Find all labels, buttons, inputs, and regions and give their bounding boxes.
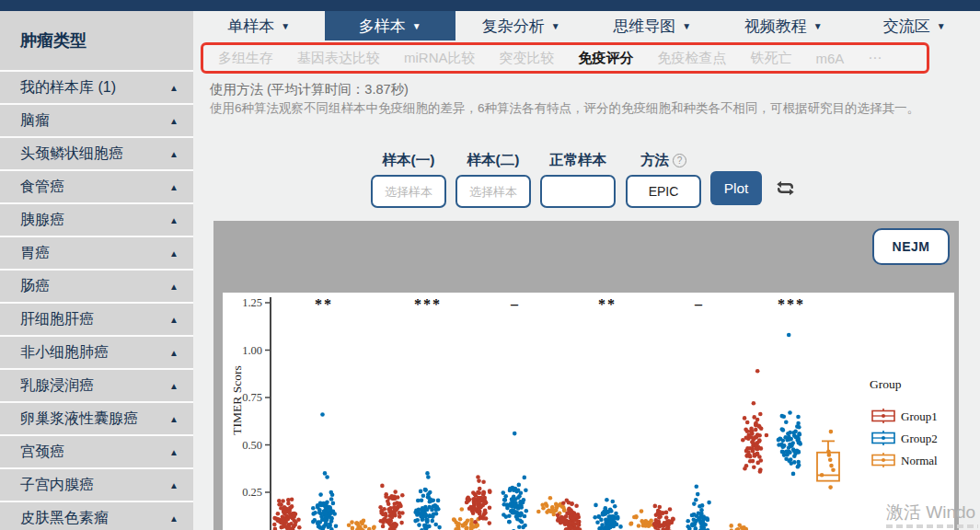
collapse-arrow-icon[interactable]: ▲ xyxy=(169,315,179,325)
chevron-down-icon: ▼ xyxy=(813,21,823,31)
tab-5[interactable]: 交流区▼ xyxy=(849,11,980,40)
sidebar-item-label: 肝细胞肝癌 xyxy=(20,310,94,329)
sidebar-item-list: 我的样本库 (1)▲脑瘤▲头颈鳞状细胞癌▲食管癌▲胰腺癌▲胃癌▲肠癌▲肝细胞肝癌… xyxy=(0,72,193,530)
top-navy-strip xyxy=(0,0,980,11)
sample1-label: 样本(一) xyxy=(371,151,446,170)
sidebar-item-label: 子宫内膜癌 xyxy=(20,476,94,495)
plot-button[interactable]: Plot xyxy=(710,171,762,205)
sidebar-item-label: 胰腺癌 xyxy=(20,211,64,230)
sidebar-item-label: 食管癌 xyxy=(20,178,64,197)
chevron-down-icon: ▼ xyxy=(682,21,691,31)
tab-0[interactable]: 单样本▼ xyxy=(193,11,325,40)
sidebar-item-6[interactable]: 肠癌▲ xyxy=(0,271,193,302)
sidebar-item-label: 乳腺浸润癌 xyxy=(20,376,94,396)
svg-text:***: *** xyxy=(414,296,442,312)
normal-sample-field-group: 正常样本 xyxy=(540,151,616,208)
subnav-item-0[interactable]: 多组生存 xyxy=(218,50,273,67)
sample1-field-group: 样本(一) xyxy=(371,151,446,208)
chevron-down-icon: ▼ xyxy=(281,21,290,31)
usage-method-description: 使用6种算法观察不同组样本中免疫细胞的差异，6种算法各有特点，评分的免疫细胞和种… xyxy=(210,100,919,117)
collapse-arrow-icon[interactable]: ▲ xyxy=(169,414,179,424)
sidebar-item-label: 宫颈癌 xyxy=(20,443,64,462)
collapse-arrow-icon[interactable]: ▲ xyxy=(169,480,179,490)
swap-refresh-icon[interactable] xyxy=(774,177,797,200)
sample1-input[interactable] xyxy=(371,175,446,208)
sidebar-item-5[interactable]: 胃癌▲ xyxy=(0,237,193,269)
svg-text:**: ** xyxy=(598,296,617,312)
sidebar-item-label: 非小细胞肺癌 xyxy=(20,343,109,363)
activate-windows-watermark-subline xyxy=(886,524,978,528)
svg-text:Group2: Group2 xyxy=(901,432,938,445)
collapse-arrow-icon[interactable]: ▲ xyxy=(169,83,179,93)
sidebar-item-label: 肠癌 xyxy=(20,277,50,296)
collapse-arrow-icon[interactable]: ▲ xyxy=(169,282,179,292)
sidebar-item-1[interactable]: 脑瘤▲ xyxy=(0,105,193,136)
sidebar-item-8[interactable]: 非小细胞肺癌▲ xyxy=(0,337,193,368)
subnav-highlight-box: 多组生存基因表达比较miRNA比较突变比较免疫评分免疫检查点铁死亡m6A⋯ xyxy=(201,42,929,74)
help-icon[interactable]: ? xyxy=(673,154,686,167)
sidebar-item-7[interactable]: 肝细胞肝癌▲ xyxy=(0,304,193,335)
tab-4[interactable]: 视频教程▼ xyxy=(718,11,849,40)
subnav-item-1[interactable]: 基因表达比较 xyxy=(297,50,380,67)
sidebar-item-13[interactable]: 皮肤黑色素瘤▲ xyxy=(0,502,193,530)
sidebar-item-label: 我的样本库 (1) xyxy=(20,78,116,98)
tab-label: 交流区 xyxy=(883,16,930,37)
sample2-label: 样本(二) xyxy=(455,151,531,170)
nejm-style-button[interactable]: NEJM xyxy=(872,228,950,265)
svg-text:–: – xyxy=(510,296,520,312)
svg-text:**: ** xyxy=(315,296,333,312)
svg-text:TIMER Scors: TIMER Scors xyxy=(230,365,244,434)
method-select[interactable] xyxy=(626,175,701,208)
main-content: 单样本▼多样本▼复杂分析▼思维导图▼视频教程▼交流区▼ 多组生存基因表达比较mi… xyxy=(193,11,980,530)
collapse-arrow-icon[interactable]: ▲ xyxy=(169,381,179,391)
sidebar-item-9[interactable]: 乳腺浸润癌▲ xyxy=(0,370,193,401)
normal-sample-input[interactable] xyxy=(540,175,616,208)
collapse-arrow-icon[interactable]: ▲ xyxy=(169,348,179,358)
subnav-item-6[interactable]: 铁死亡 xyxy=(751,50,792,67)
subnav-item-7[interactable]: m6A xyxy=(816,51,845,66)
sidebar-item-10[interactable]: 卵巢浆液性囊腺癌▲ xyxy=(0,403,193,434)
chevron-down-icon: ▼ xyxy=(412,21,421,31)
tab-1[interactable]: 多样本▼ xyxy=(325,11,456,40)
sidebar-item-11[interactable]: 宫颈癌▲ xyxy=(0,436,193,467)
subnav-item-3[interactable]: 突变比较 xyxy=(500,50,555,67)
collapse-arrow-icon[interactable]: ▲ xyxy=(169,513,179,524)
tab-2[interactable]: 复杂分析▼ xyxy=(455,11,587,40)
subnav-item-5[interactable]: 免疫检查点 xyxy=(658,50,727,67)
svg-text:0.25: 0.25 xyxy=(242,486,262,499)
tab-3[interactable]: 思维导图▼ xyxy=(587,11,719,40)
activate-windows-watermark: 激活 Windo xyxy=(886,501,975,524)
collapse-arrow-icon[interactable]: ▲ xyxy=(169,116,179,126)
sidebar-item-12[interactable]: 子宫内膜癌▲ xyxy=(0,469,193,501)
usage-method-title: 使用方法 (平均计算时间：3.87秒) xyxy=(210,81,409,98)
sidebar-item-2[interactable]: 头颈鳞状细胞癌▲ xyxy=(0,138,193,169)
tab-label: 复杂分析 xyxy=(482,16,545,37)
sidebar-item-label: 卵巢浆液性囊腺癌 xyxy=(20,409,138,429)
chevron-down-icon: ▼ xyxy=(937,21,946,31)
tab-label: 多样本 xyxy=(359,16,406,37)
collapse-arrow-icon[interactable]: ▲ xyxy=(169,149,179,159)
method-field-group: 方法 ? xyxy=(626,151,701,208)
sidebar-item-label: 皮肤黑色素瘤 xyxy=(20,509,109,528)
subnav-item-2[interactable]: miRNA比较 xyxy=(404,50,476,67)
collapse-arrow-icon[interactable]: ▲ xyxy=(169,447,179,457)
chart-card: NEJM 1.251.000.750.500.25TIMER Scors****… xyxy=(213,221,959,530)
method-label: 方法 ? xyxy=(626,151,701,170)
sidebar-item-4[interactable]: 胰腺癌▲ xyxy=(0,204,193,236)
collapse-arrow-icon[interactable]: ▲ xyxy=(169,182,179,192)
tumor-type-sidebar: 肿瘤类型 我的样本库 (1)▲脑瘤▲头颈鳞状细胞癌▲食管癌▲胰腺癌▲胃癌▲肠癌▲… xyxy=(0,11,193,530)
svg-text:1.25: 1.25 xyxy=(242,296,262,309)
sidebar-item-label: 头颈鳞状细胞癌 xyxy=(20,144,123,164)
collapse-arrow-icon[interactable]: ▲ xyxy=(169,215,179,225)
sidebar-item-0[interactable]: 我的样本库 (1)▲ xyxy=(0,72,193,103)
sample2-field-group: 样本(二) xyxy=(455,151,531,208)
svg-text:Group1: Group1 xyxy=(901,409,938,423)
sidebar-title: 肿瘤类型 xyxy=(0,11,193,72)
collapse-arrow-icon[interactable]: ▲ xyxy=(169,248,179,259)
sample2-input[interactable] xyxy=(455,175,531,208)
tab-label: 思维导图 xyxy=(613,16,675,37)
sidebar-item-3[interactable]: 食管癌▲ xyxy=(0,171,193,202)
subnav-more-icon[interactable]: ⋯ xyxy=(868,50,882,66)
subnav-item-4[interactable]: 免疫评分 xyxy=(579,50,634,67)
svg-text:Group: Group xyxy=(870,377,902,391)
